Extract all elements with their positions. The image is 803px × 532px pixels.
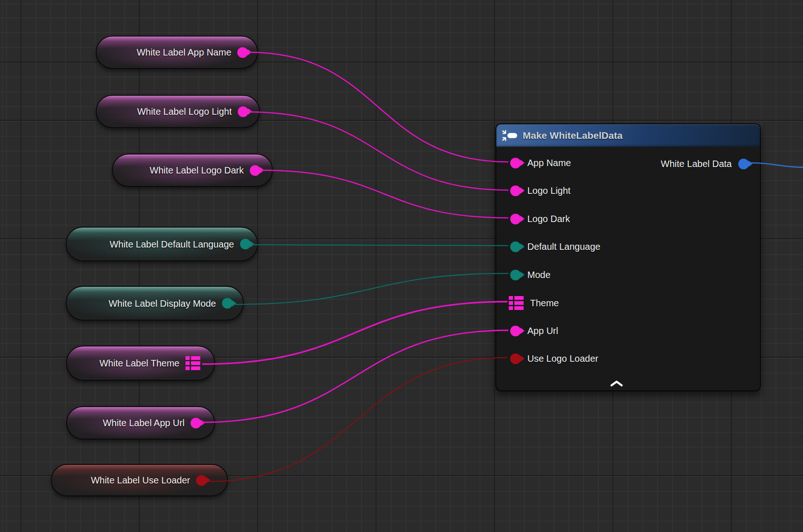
pin-label: Mode	[527, 270, 550, 280]
enum-input-pin[interactable]	[510, 241, 521, 252]
getter-node-white-label-use-loader[interactable]: White Label Use Loader	[51, 464, 228, 496]
wire-display-mode[interactable]	[233, 273, 508, 304]
pin-label: App Url	[527, 326, 558, 336]
wire-use-loader[interactable]	[207, 358, 507, 482]
wire-app-name[interactable]	[248, 52, 508, 162]
input-row-app-name: App Name	[496, 149, 571, 177]
string-output-pin[interactable]	[191, 418, 201, 428]
enum-output-pin[interactable]	[222, 298, 233, 309]
node-label: White Label Default Language	[110, 240, 234, 249]
getter-node-white-label-default-language[interactable]: White Label Default Language	[66, 227, 258, 261]
string-input-pin[interactable]	[510, 158, 521, 168]
string-output-pin[interactable]	[250, 165, 260, 176]
collapse-node-button[interactable]	[609, 379, 624, 388]
pin-label: Theme	[530, 298, 559, 309]
wire-default-language[interactable]	[252, 245, 508, 246]
input-row-logo-light: Logo Light	[496, 177, 570, 204]
pin-label: White Label Data	[661, 159, 732, 169]
wire-logo-dark[interactable]	[261, 170, 508, 218]
make-whitelabeldata-node[interactable]: Make WhiteLabelData App Name Logo Light …	[495, 124, 761, 391]
struct-output-pin[interactable]	[738, 159, 749, 169]
bool-output-pin[interactable]	[196, 475, 207, 486]
getter-node-white-label-logo-dark[interactable]: White Label Logo Dark	[112, 154, 273, 187]
bool-input-pin[interactable]	[510, 353, 521, 364]
string-input-pin[interactable]	[510, 186, 521, 196]
getter-node-white-label-theme[interactable]: White Label Theme	[66, 346, 215, 381]
pin-label: Use Logo Loader	[527, 353, 598, 364]
input-row-app-url: App Url	[496, 317, 558, 345]
node-header[interactable]: Make WhiteLabelData	[496, 124, 760, 147]
input-row-logo-dark: Logo Dark	[496, 205, 570, 233]
node-label: White Label Logo Light	[137, 107, 232, 116]
input-row-theme: Theme	[496, 289, 559, 317]
wire-theme[interactable]	[202, 302, 507, 364]
input-row-mode: Mode	[496, 261, 550, 289]
wire-app-url[interactable]	[202, 330, 508, 422]
output-row-white-label-data: White Label Data	[661, 150, 760, 178]
input-row-use-logo-loader: Use Logo Loader	[496, 345, 598, 372]
node-label: White Label App Url	[103, 418, 185, 427]
getter-node-white-label-app-name[interactable]: White Label App Name	[96, 36, 258, 69]
getter-node-white-label-app-url[interactable]: White Label App Url	[66, 406, 215, 439]
string-output-pin[interactable]	[237, 47, 248, 58]
chevron-up-icon	[609, 379, 624, 388]
wire-logo-light[interactable]	[249, 112, 508, 190]
node-label: White Label Use Loader	[91, 476, 190, 485]
node-label: White Label Display Mode	[109, 299, 216, 308]
pin-label: Logo Light	[527, 186, 570, 196]
node-label: White Label Theme	[99, 359, 179, 368]
struct-input-pin[interactable]	[509, 296, 524, 310]
string-output-pin[interactable]	[238, 106, 248, 117]
node-title: Make WhiteLabelData	[523, 130, 623, 141]
node-label: White Label Logo Dark	[150, 166, 244, 175]
blueprint-graph-canvas[interactable]: White Label App Name White Label Logo Li…	[0, 0, 803, 532]
make-struct-icon	[501, 129, 518, 142]
struct-output-pin[interactable]	[185, 356, 200, 370]
getter-node-white-label-logo-light[interactable]: White Label Logo Light	[96, 95, 260, 128]
pin-label: App Name	[527, 158, 571, 168]
string-input-pin[interactable]	[510, 214, 521, 224]
input-row-default-language: Default Language	[496, 233, 600, 260]
getter-node-white-label-display-mode[interactable]: White Label Display Mode	[66, 286, 244, 321]
pin-label: Default Language	[527, 241, 600, 252]
enum-input-pin[interactable]	[510, 270, 521, 280]
string-input-pin[interactable]	[510, 326, 521, 336]
enum-output-pin[interactable]	[240, 239, 251, 249]
node-label: White Label App Name	[136, 48, 231, 57]
pin-label: Logo Dark	[527, 214, 570, 224]
